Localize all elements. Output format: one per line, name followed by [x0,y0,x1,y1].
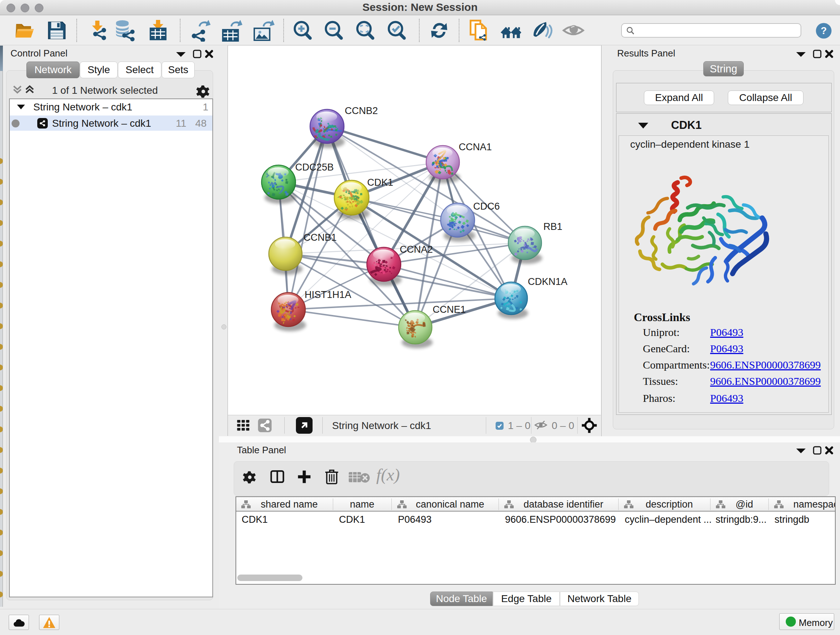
svg-text:?: ? [821,25,827,36]
svg-text:RB1: RB1 [543,221,562,232]
svg-text:CCNA1: CCNA1 [459,141,492,152]
svg-text:CDC6: CDC6 [473,201,500,212]
svg-text:CDKN1A: CDKN1A [528,276,568,287]
svg-text:HIST1H1A: HIST1H1A [305,289,351,300]
svg-text:CCNE1: CCNE1 [433,304,466,315]
svg-text:CCNA2: CCNA2 [400,244,433,255]
svg-text:CDC25B: CDC25B [295,162,334,173]
svg-text:CDK1: CDK1 [367,177,393,188]
svg-text:CCNB2: CCNB2 [345,105,378,116]
svg-text:CCNB1: CCNB1 [303,232,337,243]
